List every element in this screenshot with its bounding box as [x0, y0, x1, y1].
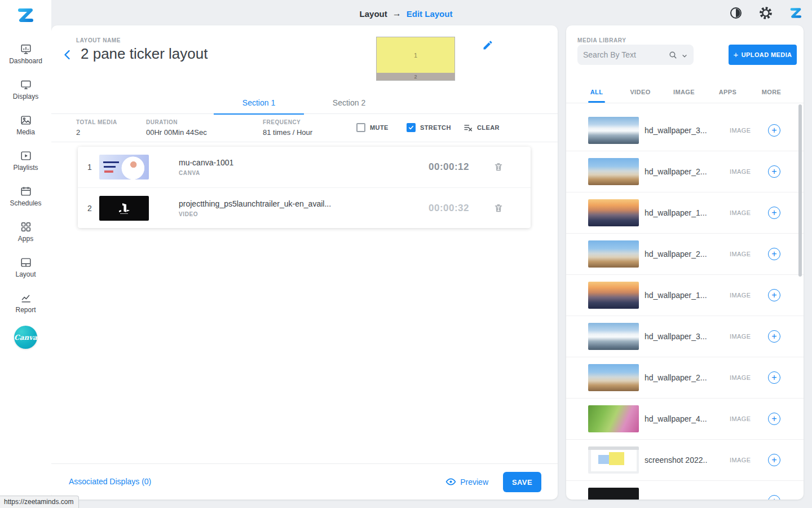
playstation-studios-logo: [113, 202, 135, 215]
delete-media-icon[interactable]: [493, 162, 504, 172]
sidebar-item-layout[interactable]: Layout: [0, 249, 51, 285]
media-icon: [20, 114, 32, 126]
canva-app-icon[interactable]: Canva: [14, 326, 37, 349]
add-media-plus-icon[interactable]: +: [768, 124, 780, 137]
sidebar-item-label: Schedules: [10, 199, 41, 207]
stretch-checkbox-box[interactable]: [407, 123, 416, 132]
media-type-label: IMAGE: [730, 333, 751, 340]
media-row-type: VIDEO: [179, 211, 331, 217]
section-media-list: 1 mu-canva-1001 CANVA 00:00:12 2: [78, 147, 531, 228]
layout-name-label: LAYOUT NAME: [76, 37, 121, 43]
media-name: hd_wallpaper_2...: [645, 249, 713, 260]
add-media-plus-icon[interactable]: +: [768, 330, 780, 343]
delete-media-icon[interactable]: [493, 203, 504, 213]
media-row[interactable]: 2 projectthing_ps5launchtrailer_uk-en_av…: [78, 187, 531, 228]
theme-toggle-icon[interactable]: [729, 6, 743, 20]
browser-status-url: https://zeetaminds.com: [0, 496, 79, 508]
add-media-plus-icon[interactable]: +: [768, 371, 780, 384]
media-row-name: projectthing_ps5launchtrailer_uk-en_avai…: [179, 199, 331, 208]
tab-more[interactable]: MORE: [753, 81, 789, 103]
list-item[interactable]: hd_wallpaper_4... IMAGE +: [566, 398, 804, 440]
sidebar-item-dashboard[interactable]: Dashboard: [0, 36, 51, 72]
add-media-plus-icon[interactable]: +: [768, 495, 780, 500]
list-item[interactable]: screenshot 2022.. IMAGE +: [566, 440, 804, 481]
media-type-label: IMAGE: [730, 374, 751, 381]
mute-checkbox-box[interactable]: [356, 123, 365, 132]
tab-apps[interactable]: APPS: [710, 81, 746, 103]
add-media-plus-icon[interactable]: +: [768, 289, 780, 301]
back-chevron-icon[interactable]: [61, 48, 74, 62]
list-item[interactable]: hd_wallpaper_2... IMAGE +: [566, 234, 804, 275]
sidebar-item-media[interactable]: Media: [0, 107, 51, 143]
media-thumbnail: [588, 282, 639, 309]
playlists-icon: [20, 150, 32, 162]
list-item[interactable]: hd_wallpaper_1... IMAGE +: [566, 275, 804, 316]
add-media-plus-icon[interactable]: +: [768, 413, 780, 425]
add-media-plus-icon[interactable]: +: [768, 207, 780, 219]
breadcrumb-layout-link[interactable]: Layout: [360, 9, 387, 19]
media-thumbnail: [588, 117, 639, 144]
frequency-stat: FREQUENCY 81 times / Hour: [263, 119, 312, 137]
sidebar-item-displays[interactable]: Displays: [0, 72, 51, 107]
clear-media-button[interactable]: CLEAR: [463, 122, 500, 133]
media-type-label: IMAGE: [730, 251, 751, 257]
list-item[interactable]: hd_wallpaper_3... IMAGE +: [566, 110, 804, 151]
sidebar-item-playlists[interactable]: Playlists: [0, 143, 51, 178]
tab-video[interactable]: VIDEO: [623, 81, 659, 103]
add-media-plus-icon[interactable]: +: [768, 248, 780, 260]
add-media-plus-icon[interactable]: +: [768, 454, 780, 466]
sidebar-item-report[interactable]: Report: [0, 285, 51, 321]
layout-pane-1[interactable]: 1: [377, 37, 454, 73]
add-media-plus-icon[interactable]: +: [768, 165, 780, 178]
list-item[interactable]: hd_wallpaper_3... IMAGE +: [566, 316, 804, 357]
list-item[interactable]: hd_wallpaper_1... IMAGE +: [566, 192, 804, 234]
media-library-list: hd_wallpaper_3... IMAGE + hd_wallpaper_2…: [566, 110, 804, 500]
media-type-label: IMAGE: [730, 209, 751, 216]
list-item[interactable]: hd_wallpaper_2... IMAGE +: [566, 151, 804, 192]
tab-section-1[interactable]: Section 1: [214, 92, 304, 115]
mute-checkbox[interactable]: MUTE: [356, 123, 389, 132]
dashboard-icon: [20, 43, 32, 55]
topbar-icons: [729, 6, 803, 20]
save-button[interactable]: SAVE: [503, 472, 541, 492]
media-library-card: MEDIA LIBRARY + UPLOAD MEDIA ALL VIDEO I…: [566, 25, 804, 500]
tab-image[interactable]: IMAGE: [666, 81, 702, 103]
media-name: hd_wallpaper_3...: [645, 331, 713, 342]
list-item[interactable]: +: [566, 481, 804, 500]
apps-icon: [20, 221, 32, 233]
media-row[interactable]: 1 mu-canva-1001 CANVA 00:00:12: [78, 147, 531, 187]
tab-section-2[interactable]: Section 2: [304, 92, 394, 115]
layout-preview-thumbnail[interactable]: 1 2: [376, 37, 455, 81]
editor-footer: Associated Displays (0) Preview SAVE: [51, 463, 558, 500]
edit-layout-card: LAYOUT NAME 2 pane ticker layout 1 2 Sec…: [51, 25, 558, 500]
sidebar-nav: Dashboard Displays Media Playlists Sched…: [0, 36, 51, 321]
frequency-label: FREQUENCY: [263, 119, 312, 125]
report-icon: [20, 292, 32, 304]
media-search-input[interactable]: [583, 50, 668, 59]
media-row-thumbnail: [99, 196, 149, 221]
plus-icon: +: [734, 50, 739, 59]
eye-icon: [445, 476, 456, 487]
sidebar-item-apps[interactable]: Apps: [0, 214, 51, 249]
mute-label: MUTE: [370, 124, 389, 131]
edit-layout-pencil-icon[interactable]: [482, 40, 493, 51]
tab-all[interactable]: ALL: [579, 81, 615, 103]
media-list-scrollbar[interactable]: [798, 104, 802, 277]
sidebar-item-schedules[interactable]: Schedules: [0, 178, 51, 214]
search-filter-chevron-icon[interactable]: [681, 51, 688, 58]
stretch-checkbox[interactable]: STRETCH: [407, 123, 451, 132]
media-row-duration[interactable]: 00:00:12: [425, 161, 473, 173]
media-type-label: IMAGE: [730, 292, 751, 299]
zeetaminds-logo-icon[interactable]: [15, 5, 36, 25]
media-thumbnail: [588, 488, 639, 500]
duration-label: DURATION: [146, 119, 207, 125]
preview-button[interactable]: Preview: [445, 476, 488, 487]
layout-pane-2-ticker[interactable]: 2: [377, 73, 454, 80]
associated-displays-link[interactable]: Associated Displays (0): [69, 477, 151, 486]
breadcrumb-arrow-icon: →: [392, 8, 401, 19]
media-type-label: IMAGE: [730, 415, 751, 422]
settings-gear-icon[interactable]: [758, 6, 773, 20]
list-item[interactable]: hd_wallpaper_2... IMAGE +: [566, 357, 804, 398]
upload-media-button[interactable]: + UPLOAD MEDIA: [729, 45, 797, 65]
account-logo-icon[interactable]: [788, 6, 803, 20]
